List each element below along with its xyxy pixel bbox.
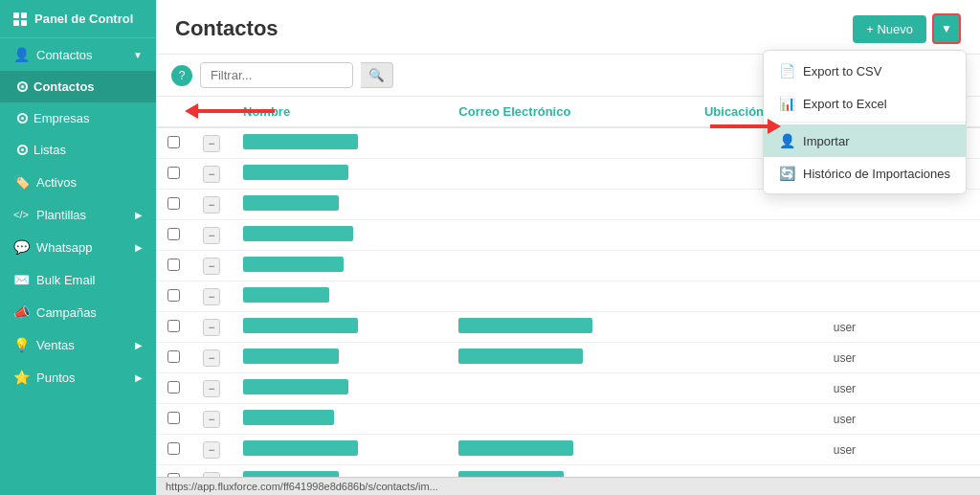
info-button[interactable]: ?: [171, 65, 192, 86]
search-button[interactable]: 🔍: [361, 62, 393, 88]
page-title: Contactos: [175, 16, 278, 41]
row-checkbox[interactable]: [167, 350, 180, 363]
whatsapp-icon: 💬: [13, 239, 29, 255]
sidebar-item-label: Listas: [33, 143, 66, 157]
cell-email: [447, 312, 693, 343]
sidebar-item-puntos[interactable]: ⭐ Puntos ▶: [0, 361, 156, 394]
grid-icon: [13, 12, 27, 26]
row-minus-button[interactable]: −: [203, 349, 220, 367]
sidebar-item-label: Empresas: [33, 111, 90, 125]
cell-nombre: [232, 435, 447, 465]
cell-ubicacion: [693, 220, 822, 251]
row-minus-button[interactable]: −: [203, 411, 220, 428]
sidebar-item-label: Activos: [36, 175, 77, 190]
history-icon: 🔄: [779, 166, 795, 181]
table-row: −user: [156, 465, 980, 478]
sidebar: Panel de Control 👤 Contactos ▼ Contactos…: [0, 0, 156, 495]
cell-nombre: [232, 190, 447, 220]
dot-icon: [19, 83, 26, 90]
row-checkbox[interactable]: [167, 412, 180, 424]
sidebar-header[interactable]: Panel de Control: [0, 0, 156, 38]
col-email: Correo Electrónico: [447, 97, 693, 127]
sidebar-header-label: Panel de Control: [34, 11, 133, 26]
sidebar-item-listas[interactable]: Listas: [0, 134, 156, 166]
cell-nombre: [232, 312, 447, 343]
code-icon: </>: [13, 207, 29, 222]
row-checkbox[interactable]: [167, 197, 180, 210]
row-minus-button[interactable]: −: [203, 441, 220, 459]
dropdown-importar[interactable]: 👤 Importar: [764, 124, 966, 157]
sidebar-item-contactos[interactable]: Contactos: [0, 71, 156, 102]
row-checkbox[interactable]: [167, 136, 180, 148]
cell-ubicacion: [693, 465, 822, 478]
row-checkbox[interactable]: [167, 442, 180, 455]
sidebar-item-contactos-parent[interactable]: 👤 Contactos ▼: [0, 38, 156, 71]
status-bar: https://app.fluxforce.com/ff641998e8d686…: [156, 477, 980, 495]
col-nombre: Nombre: [232, 97, 447, 127]
chevron-right-icon: ▶: [135, 242, 143, 253]
cell-ubicacion: [693, 312, 822, 343]
row-checkbox[interactable]: [167, 289, 180, 302]
dropdown-historico[interactable]: 🔄 Histórico de Importaciones: [764, 157, 966, 190]
sidebar-item-activos[interactable]: 🏷️ Activos: [0, 166, 156, 198]
cell-ultimo-activo: [822, 281, 980, 312]
dropdown-item-label: Importar: [803, 134, 849, 148]
row-checkbox[interactable]: [167, 320, 180, 332]
sidebar-item-campanas[interactable]: 📣 Campañas: [0, 296, 156, 328]
chevron-right-icon: ▶: [135, 210, 143, 220]
cell-email: [447, 373, 693, 404]
cell-nombre: [232, 251, 447, 281]
status-url: https://app.fluxforce.com/ff641998e8d686…: [166, 481, 438, 492]
row-minus-button[interactable]: −: [203, 135, 220, 152]
dropdown-export-excel[interactable]: 📊 Export to Excel: [764, 87, 966, 120]
row-minus-button[interactable]: −: [203, 166, 220, 183]
cell-nombre: [232, 281, 447, 312]
chevron-right-icon: ▶: [135, 372, 143, 383]
cell-email: [447, 435, 693, 465]
row-checkbox[interactable]: [167, 167, 180, 179]
chevron-right-icon: ▶: [135, 340, 143, 350]
sidebar-item-label: Puntos: [36, 371, 75, 385]
table-row: −user: [156, 343, 980, 373]
search-input[interactable]: [200, 62, 353, 88]
cell-ultimo-activo: user: [822, 312, 980, 343]
dropdown-toggle-button[interactable]: ▼: [932, 13, 961, 44]
row-checkbox[interactable]: [167, 259, 180, 271]
cell-ultimo-activo: user: [822, 465, 980, 478]
cell-email: [447, 190, 693, 220]
dropdown-menu: 📄 Export to CSV 📊 Export to Excel 👤 Impo…: [763, 50, 967, 194]
sidebar-item-ventas[interactable]: 💡 Ventas ▶: [0, 328, 156, 361]
row-minus-button[interactable]: −: [203, 380, 220, 397]
row-checkbox[interactable]: [167, 381, 180, 394]
nuevo-button[interactable]: + Nuevo: [853, 15, 926, 43]
sidebar-item-empresas[interactable]: Empresas: [0, 102, 156, 134]
cell-email: [447, 127, 693, 159]
dot-icon: [19, 146, 26, 153]
sidebar-item-plantillas[interactable]: </> Plantillas ▶: [0, 198, 156, 231]
row-minus-button[interactable]: −: [203, 227, 220, 244]
cell-email: [447, 343, 693, 373]
excel-icon: 📊: [779, 96, 795, 111]
row-minus-button[interactable]: −: [203, 258, 220, 275]
row-minus-button[interactable]: −: [203, 319, 220, 336]
cell-nombre: [232, 343, 447, 373]
sidebar-item-bulk-email[interactable]: ✉️ Bulk Email: [0, 263, 156, 296]
sidebar-item-whatsapp[interactable]: 💬 Whatsapp ▶: [0, 231, 156, 263]
table-row: −: [156, 251, 980, 281]
row-minus-button[interactable]: −: [203, 288, 220, 305]
row-minus-button[interactable]: −: [203, 196, 220, 214]
person-icon: 👤: [13, 47, 29, 62]
cell-ubicacion: [693, 281, 822, 312]
row-checkbox[interactable]: [167, 228, 180, 240]
cell-ultimo-activo: user: [822, 373, 980, 404]
cell-email: [447, 220, 693, 251]
cell-email: [447, 281, 693, 312]
import-icon: 👤: [779, 133, 795, 148]
sidebar-item-label: Ventas: [36, 338, 75, 352]
cell-nombre: [232, 465, 447, 478]
table-row: −user: [156, 404, 980, 435]
cell-nombre: [232, 373, 447, 404]
header-actions: + Nuevo ▼: [853, 13, 961, 44]
dropdown-export-csv[interactable]: 📄 Export to CSV: [764, 55, 966, 87]
email-icon: ✉️: [13, 272, 29, 287]
